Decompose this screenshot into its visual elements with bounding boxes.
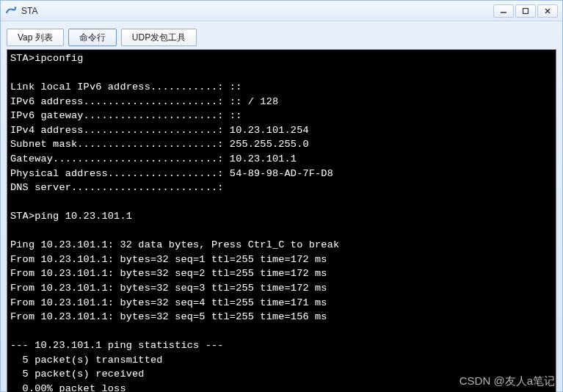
terminal-line: Link local IPv6 address...........: :: [10, 80, 553, 95]
terminal-line: From 10.23.101.1: bytes=32 seq=2 ttl=255… [10, 266, 553, 281]
tab-udp-tool[interactable]: UDP发包工具 [121, 29, 197, 46]
terminal-line: Ping 10.23.101.1: 32 data bytes, Press C… [10, 238, 553, 253]
tab-bar: Vap 列表 命令行 UDP发包工具 [1, 21, 562, 49]
window-title: STA [21, 6, 493, 16]
terminal-line: IPv6 gateway......................: :: [10, 109, 553, 123]
close-button[interactable] [537, 4, 558, 18]
terminal-line: --- 10.23.101.1 ping statistics --- [10, 338, 553, 353]
terminal-line: DNS server........................: [10, 181, 553, 195]
terminal-line: Gateway...........................: 10.2… [10, 152, 553, 167]
terminal-line: From 10.23.101.1: bytes=32 seq=1 ttl=255… [10, 253, 553, 267]
app-icon [5, 5, 17, 17]
terminal-line [10, 195, 553, 210]
svg-rect-1 [523, 8, 529, 13]
terminal-line: STA>ipconfig [10, 51, 553, 66]
minimize-button[interactable] [493, 4, 514, 18]
window-controls [493, 4, 558, 18]
terminal-line: 5 packet(s) received [10, 367, 553, 382]
terminal-output[interactable]: STA>ipconfig Link local IPv6 address....… [7, 50, 556, 392]
terminal-line: IPv4 address......................: 10.2… [10, 123, 553, 138]
terminal-panel: STA>ipconfig Link local IPv6 address....… [7, 49, 556, 392]
terminal-line: From 10.23.101.1: bytes=32 seq=5 ttl=255… [10, 310, 553, 324]
titlebar: STA [1, 1, 562, 21]
terminal-line: Subnet mask.......................: 255.… [10, 137, 553, 152]
maximize-button[interactable] [515, 4, 536, 18]
tab-vap-list[interactable]: Vap 列表 [7, 29, 64, 46]
terminal-line: From 10.23.101.1: bytes=32 seq=3 ttl=255… [10, 281, 553, 296]
terminal-line: IPv6 address......................: :: /… [10, 95, 553, 109]
terminal-line: 0.00% packet loss [10, 382, 553, 392]
terminal-line: From 10.23.101.1: bytes=32 seq=4 ttl=255… [10, 296, 553, 311]
terminal-line [10, 66, 553, 81]
app-window: STA Vap 列表 命令行 UDP发包工具 STA>ipconfig Link… [0, 0, 563, 392]
terminal-line: STA>ping 10.23.101.1 [10, 209, 553, 224]
terminal-line: 5 packet(s) transmitted [10, 353, 553, 368]
terminal-line [10, 224, 553, 239]
terminal-line: Physical address..................: 54-8… [10, 167, 553, 181]
terminal-line [10, 324, 553, 339]
tab-cmdline[interactable]: 命令行 [68, 29, 117, 46]
